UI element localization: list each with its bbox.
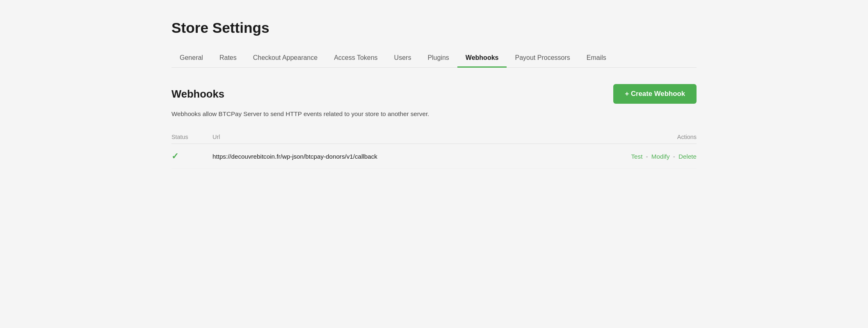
table-header: Status Url Actions (171, 130, 697, 144)
status-cell: ✓ (171, 151, 212, 161)
table-row: ✓ https://decouvrebitcoin.fr/wp-json/btc… (171, 144, 697, 169)
test-action-link[interactable]: Test (631, 153, 643, 160)
tab-general[interactable]: General (171, 49, 211, 68)
tab-plugins[interactable]: Plugins (419, 49, 457, 68)
modify-action-link[interactable]: Modify (651, 153, 670, 160)
tab-payout-processors[interactable]: Payout Processors (507, 49, 578, 68)
nav-tabs: General Rates Checkout Appearance Access… (171, 49, 697, 68)
webhooks-table: Status Url Actions ✓ https://decouvrebit… (171, 130, 697, 169)
create-webhook-button[interactable]: + Create Webhook (613, 84, 697, 104)
actions-cell: Test - Modify - Delete (614, 153, 697, 160)
section-header: Webhooks + Create Webhook (171, 84, 697, 104)
delete-action-link[interactable]: Delete (678, 153, 697, 160)
page-container: Store Settings General Rates Checkout Ap… (147, 0, 721, 189)
column-header-url: Url (212, 134, 614, 140)
section-title: Webhooks (171, 88, 224, 100)
tab-webhooks[interactable]: Webhooks (457, 49, 507, 68)
separator-2: - (672, 153, 677, 160)
column-header-status: Status (171, 134, 212, 140)
tab-checkout-appearance[interactable]: Checkout Appearance (245, 49, 326, 68)
webhook-url: https://decouvrebitcoin.fr/wp-json/btcpa… (212, 153, 614, 160)
tab-rates[interactable]: Rates (211, 49, 245, 68)
column-header-actions: Actions (614, 134, 697, 140)
tab-emails[interactable]: Emails (578, 49, 614, 68)
separator-1: - (644, 153, 650, 160)
tab-users[interactable]: Users (386, 49, 420, 68)
page-title: Store Settings (171, 20, 697, 36)
section-description: Webhooks allow BTCPay Server to send HTT… (171, 110, 697, 117)
status-active-icon: ✓ (171, 151, 179, 161)
tab-access-tokens[interactable]: Access Tokens (326, 49, 386, 68)
